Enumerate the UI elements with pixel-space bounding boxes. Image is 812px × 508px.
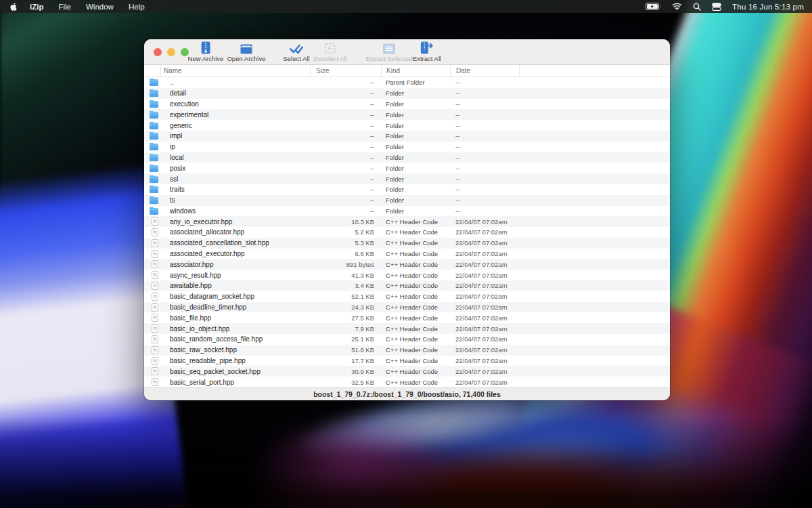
table-row[interactable]: h basic_seq_packet_socket.hpp 30.9 KB C+… <box>144 366 670 377</box>
file-name: associated_allocator.hpp <box>160 228 310 236</box>
header-file-icon: h <box>152 228 158 236</box>
folder-icon <box>150 79 158 86</box>
file-size: -- <box>310 186 381 193</box>
search-icon[interactable] <box>693 3 701 11</box>
file-kind: C++ Header Code <box>381 357 450 364</box>
file-date: -- <box>450 79 519 86</box>
folder-icon <box>150 208 158 215</box>
file-date: -- <box>450 186 519 193</box>
column-header-name[interactable]: Name <box>160 65 310 77</box>
file-size: -- <box>310 89 381 97</box>
file-size: -- <box>310 132 381 140</box>
open-archive-button[interactable]: Open Archive <box>227 41 265 62</box>
column-header-date[interactable]: Date <box>450 65 519 77</box>
folder-icon <box>150 101 158 108</box>
header-file-icon: h <box>152 217 158 226</box>
file-kind: Folder <box>381 89 450 97</box>
apple-menu-icon[interactable] <box>9 2 18 12</box>
file-kind: Folder <box>381 196 450 204</box>
column-header-size[interactable]: Size <box>310 65 381 77</box>
table-row[interactable]: h associated_allocator.hpp 5.2 KB C++ He… <box>144 227 670 238</box>
table-row[interactable]: ssl -- Folder -- <box>144 173 670 184</box>
header-file-icon: h <box>152 260 158 268</box>
file-date: 22/04/07 07:02am <box>450 250 519 257</box>
table-row[interactable]: execution -- Folder -- <box>144 99 670 110</box>
table-row[interactable]: h any_io_executor.hpp 10.3 KB C++ Header… <box>144 216 670 227</box>
table-row[interactable]: h basic_datagram_socket.hpp 52.1 KB C++ … <box>144 291 670 302</box>
file-size: 25.1 KB <box>310 335 381 343</box>
file-date: -- <box>450 143 519 150</box>
battery-icon[interactable] <box>646 3 661 10</box>
file-kind: C++ Header Code <box>381 228 450 236</box>
select-all-button[interactable]: Select All <box>283 41 309 62</box>
wifi-icon[interactable] <box>672 3 682 10</box>
table-row[interactable]: h awaitable.hpp 3.4 KB C++ Header Code 2… <box>144 280 670 291</box>
izip-window: New Archive Open Archive Select All Dese… <box>144 39 670 400</box>
file-name: ts <box>160 196 310 204</box>
table-row[interactable]: windows -- Folder -- <box>144 206 670 217</box>
table-row[interactable]: posix -- Folder -- <box>144 163 670 173</box>
file-name: windows <box>160 207 310 215</box>
file-name: generic <box>160 122 310 129</box>
header-file-icon: h <box>152 367 158 375</box>
table-row[interactable]: detail -- Folder -- <box>144 88 670 99</box>
table-row[interactable]: h basic_deadline_timer.hpp 24.3 KB C++ H… <box>144 302 670 313</box>
file-size: -- <box>310 100 381 108</box>
file-size: 17.7 KB <box>310 357 381 364</box>
new-archive-button[interactable]: New Archive <box>188 41 224 62</box>
minimize-button[interactable] <box>167 48 175 56</box>
file-date: 22/04/07 07:02am <box>450 335 519 343</box>
table-row[interactable]: h async_result.hpp 41.3 KB C++ Header Co… <box>144 270 670 280</box>
table-row[interactable]: ip -- Folder -- <box>144 142 670 152</box>
header-file-icon: h <box>152 378 158 386</box>
table-row[interactable]: h associator.hpp 891 bytes C++ Header Co… <box>144 259 670 270</box>
file-kind: Folder <box>381 175 450 183</box>
header-file-icon: h <box>152 357 158 365</box>
menu-item-file[interactable]: File <box>58 3 71 11</box>
file-date: 22/04/07 07:02am <box>450 261 519 268</box>
table-row[interactable]: h basic_readable_pipe.hpp 17.7 KB C++ He… <box>144 356 670 366</box>
header-file-icon: h <box>152 314 158 322</box>
window-toolbar: New Archive Open Archive Select All Dese… <box>144 39 670 65</box>
file-size: 41.3 KB <box>310 272 381 279</box>
file-kind: Folder <box>381 100 450 108</box>
folder-icon <box>150 176 158 183</box>
file-kind: Folder <box>381 154 450 161</box>
menu-item-izip[interactable]: iZip <box>30 3 43 11</box>
select-all-icon <box>289 41 303 54</box>
table-row[interactable]: local -- Folder -- <box>144 152 670 163</box>
menu-item-window[interactable]: Window <box>86 3 114 11</box>
table-row[interactable]: h basic_serial_port.hpp 32.5 KB C++ Head… <box>144 377 670 387</box>
table-row[interactable]: impl -- Folder -- <box>144 131 670 142</box>
header-file-icon: h <box>152 250 158 258</box>
table-row[interactable]: traits -- Folder -- <box>144 184 670 195</box>
file-date: -- <box>450 100 519 108</box>
extract-selected-button: Extract Selected <box>365 41 412 62</box>
table-row[interactable]: h basic_io_object.hpp 7.9 KB C++ Header … <box>144 323 670 334</box>
file-size: 52.1 KB <box>310 293 381 300</box>
header-file-icon: h <box>152 335 158 343</box>
table-row[interactable]: .. -- Parent Folder -- <box>144 77 670 88</box>
table-row[interactable]: h basic_raw_socket.hpp 51.6 KB C++ Heade… <box>144 345 670 356</box>
column-header-filler <box>519 65 670 77</box>
file-date: -- <box>450 89 519 97</box>
table-row[interactable]: experimental -- Folder -- <box>144 109 670 120</box>
table-row[interactable]: h basic_file.hpp 27.5 KB C++ Header Code… <box>144 312 670 323</box>
table-row[interactable]: h associated_cancellation_slot.hpp 5.3 K… <box>144 238 670 249</box>
menu-bar-clock[interactable]: Thu 16 Jun 5:13 pm <box>732 3 804 11</box>
table-row[interactable]: ts -- Folder -- <box>144 195 670 206</box>
menu-item-help[interactable]: Help <box>129 3 145 11</box>
column-header-kind[interactable]: Kind <box>381 65 450 77</box>
file-size: 24.3 KB <box>310 303 381 311</box>
file-kind: C++ Header Code <box>381 239 450 247</box>
close-button[interactable] <box>154 48 162 56</box>
file-name: posix <box>160 165 310 172</box>
file-size: 891 bytes <box>310 261 381 268</box>
table-row[interactable]: h basic_random_access_file.hpp 25.1 KB C… <box>144 334 670 345</box>
file-size: 6.6 KB <box>310 250 381 257</box>
table-row[interactable]: h associated_executor.hpp 6.6 KB C++ Hea… <box>144 249 670 259</box>
table-row[interactable]: generic -- Folder -- <box>144 120 670 131</box>
extract-all-button[interactable]: Extract All <box>413 41 441 62</box>
file-name: basic_io_object.hpp <box>160 325 310 333</box>
control-center-icon[interactable] <box>712 3 721 11</box>
